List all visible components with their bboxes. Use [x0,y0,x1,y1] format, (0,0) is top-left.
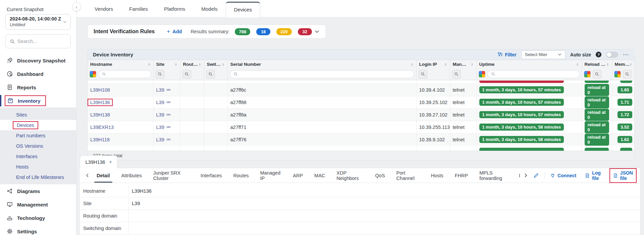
sidebar-item-hosts[interactable]: Hosts [0,161,76,172]
mem-badge[interactable]: 1.71 [618,99,632,106]
hostname-link[interactable]: L39H108 [90,87,110,93]
tab-qos[interactable]: QoS [370,168,391,183]
chevron-right-icon[interactable] [522,173,529,178]
red-count-badge[interactable]: 32 [298,28,312,35]
uptime-badge[interactable]: 1 month, 3 days, 10 hours, 57 minutes [479,86,564,93]
column-uptime[interactable]: Uptime▲▼ [476,60,582,68]
tab-devices[interactable]: Devices [226,2,260,17]
tab-families[interactable]: Families [121,6,156,17]
filter-button[interactable]: Filter [497,52,517,57]
sidebar-item-discovery-snapshot[interactable]: Discovery Snapshot [0,54,76,67]
site-link[interactable]: L39 [156,100,164,105]
search-input[interactable] [17,39,80,44]
sidebar-item-devices[interactable]: Devices [0,120,76,130]
reload-badge[interactable]: reload at 0 [585,84,609,96]
snapshot-selector[interactable]: 2024-08-20, 14:00:00 Z Untitled [5,14,71,30]
expand-chevron-icon[interactable] [314,29,320,34]
tab-truncated[interactable]: I [516,168,523,183]
tab-detail[interactable]: Detail [91,168,116,183]
sidebar-item-reports[interactable]: Reports [0,81,76,94]
select-filter-dropdown[interactable]: Select filter [521,50,566,59]
tab-mac[interactable]: MAC [309,168,331,183]
sidebar-item-management[interactable]: Management [0,198,76,211]
column-site[interactable]: Site▲▼ [153,60,180,68]
mem-badge[interactable]: 3.52 [618,124,632,131]
uptime-badge[interactable]: 1 month, 3 days, 10 hours, 57 minutes [479,99,564,106]
reload-badge[interactable]: reload at 0 [585,134,609,146]
column-serial-number[interactable]: Serial Number▲▼ [227,60,416,68]
site-search-button[interactable] [156,70,164,79]
site-link[interactable]: L39 [156,112,164,117]
chevron-left-icon[interactable] [84,173,91,178]
serial-search-input[interactable] [239,72,410,77]
sidebar-item-technology[interactable]: Technology [0,211,76,225]
column-hostname[interactable]: Hostname▲▼ [88,60,153,68]
mem-badge[interactable]: 1.62 [618,136,632,143]
tab-hosts[interactable]: Hosts [425,168,449,183]
routing-search-button[interactable] [182,70,191,79]
hostname-link[interactable]: L39EXR13 [90,125,114,130]
color-filter-icon[interactable] [584,71,591,78]
tab-xdp-neighbors[interactable]: XDP Neighbors [331,168,369,183]
green-count-badge[interactable]: 788 [235,28,250,35]
tab-platforms[interactable]: Platforms [156,6,193,17]
reload-badge[interactable]: reload at 0 [585,121,609,133]
help-icon[interactable]: ? [596,52,601,57]
tab-interfaces[interactable]: Interfaces [195,168,228,183]
tab-managed-ip[interactable]: Managed IP [254,168,287,183]
more-menu-icon[interactable]: ⋯ [623,51,629,58]
uptime-badge[interactable]: 1 month, 3 days, 10 hours, 58 minutes [479,136,564,143]
reload-search-button[interactable] [593,70,601,79]
table-row[interactable]: L39EXR13 L39 a27ff71 10.39.255.113 telne… [88,121,635,133]
tab-fhrp[interactable]: FHRP [449,168,474,183]
tab-models[interactable]: Models [193,6,225,17]
device-detail-tab[interactable]: L39H136 × [80,155,117,168]
sidebar-item-diagrams[interactable]: Diagrams [0,184,76,198]
login-ip-search-button[interactable] [419,70,427,79]
color-filter-icon[interactable] [90,71,96,78]
uptime-badge[interactable]: 1 month, 3 days, 10 hours, 57 minutes [479,111,564,118]
auto-size-toggle[interactable] [606,52,618,58]
hostname-link[interactable]: L39H138 [90,112,110,117]
column-management[interactable]: Man…▲▼ [450,60,476,68]
switching-search-button[interactable] [206,70,215,79]
tab-arp[interactable]: ARP [287,168,309,183]
color-filter-icon[interactable] [479,71,485,78]
tab-juniper-srx-cluster[interactable]: Juniper SRX Cluster [148,168,195,183]
tab-routes[interactable]: Routes [228,168,255,183]
tab-mpls-forwarding[interactable]: MPLS forwarding [474,168,516,183]
sidebar-item-dashboard[interactable]: Dashboard [0,67,76,81]
hostname-link[interactable]: L39H136 [90,100,110,105]
mem-badge[interactable]: 1.65 [618,86,632,93]
tab-port-channel[interactable]: Port Channel [391,168,425,183]
column-mem[interactable]: Mem…▲▼ [612,60,635,68]
json-file-button[interactable]: JSON file [609,168,637,183]
tab-attributes[interactable]: Attributes [116,168,148,183]
hostname-search-input[interactable] [108,72,147,77]
color-filter-icon[interactable] [614,71,621,78]
edit-pencil-icon[interactable] [533,173,539,178]
column-routing[interactable]: Rout…▲▼ [180,60,204,68]
reload-badge[interactable]: reload at 0 [585,96,609,108]
hostname-link[interactable]: L39H118 [90,137,110,142]
log-file-button[interactable]: Log file [585,170,601,181]
column-login-ip[interactable]: Login IP▲▼ [416,60,450,68]
reload-badge[interactable]: reload at 0 [585,109,609,121]
site-link[interactable]: L39 [156,125,164,130]
sidebar-item-interfaces[interactable]: Interfaces [0,151,76,161]
close-icon[interactable]: × [109,159,112,164]
tab-vendors[interactable]: Vendors [87,6,121,17]
site-link[interactable]: L39 [156,137,164,142]
table-row[interactable]: L39H118 L39 a27ff76 10.39.9.102 telnet 1… [88,133,635,146]
mem-search-button[interactable] [623,70,632,79]
site-link[interactable]: L39 [156,87,164,93]
yellow-count-badge[interactable]: 220 [276,28,292,35]
sidebar-item-inventory[interactable]: Inventory [0,94,76,107]
table-row[interactable]: L39H138 L39 a27ff8a 10.39.27.102 telnet … [88,108,635,121]
connect-button[interactable]: Connect [550,173,576,178]
blue-count-badge[interactable]: 18 [256,28,270,35]
uptime-search-input[interactable] [497,72,576,77]
mem-badge[interactable]: 1.72 [618,111,632,118]
column-switching[interactable]: Swit…▲▼ [204,60,227,68]
management-search-button[interactable] [452,70,461,79]
